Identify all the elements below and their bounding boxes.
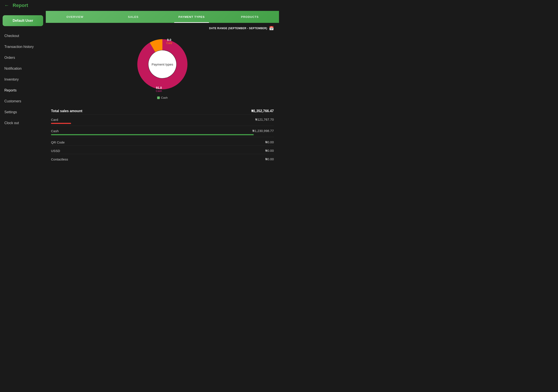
card-chart-label: 9.0 Card: [166, 38, 172, 45]
sidebar-item-orders[interactable]: Orders: [0, 52, 46, 63]
card-label: Card: [51, 118, 58, 121]
chart-area: Payment types 9.0 Card 91.0 Cash Cash: [46, 34, 279, 104]
card-progress-bar: [51, 123, 71, 124]
cash-progress-container: [51, 134, 274, 135]
legend-cash-label: Cash: [161, 96, 168, 99]
header: ← Report: [0, 0, 279, 11]
total-row: Total sales amount ₦1,352,766.47: [51, 106, 274, 115]
card-row: Card ₦121,767.70: [51, 115, 274, 122]
cash-type-label: Cash: [156, 90, 162, 93]
sidebar-item-checkout[interactable]: Checkout: [0, 31, 46, 41]
calendar-icon[interactable]: 📅: [269, 26, 274, 31]
cash-chart-label: 91.0 Cash: [156, 86, 162, 93]
user-button[interactable]: Default User: [3, 15, 43, 26]
cash-value: ₦1,230,998.77: [253, 129, 274, 133]
tab-overview[interactable]: OVERVIEW: [46, 11, 104, 23]
back-button[interactable]: ←: [4, 3, 9, 8]
contactless-row: Contactless ₦0.00: [51, 154, 274, 162]
tab-sales[interactable]: SALES: [104, 11, 163, 23]
total-label: Total sales amount: [51, 109, 82, 113]
card-value: ₦121,767.70: [255, 118, 274, 121]
sidebar-item-reports[interactable]: Reports: [0, 85, 46, 96]
legend-cash: Cash: [157, 96, 168, 99]
sidebar-item-customers[interactable]: Customers: [0, 96, 46, 107]
layout: Default User Checkout Transaction histor…: [0, 11, 279, 390]
cash-value-label: 91.0: [156, 86, 162, 90]
donut-chart: Payment types 9.0 Card 91.0 Cash: [134, 36, 191, 93]
date-range-bar: DATE RANGE (SEPTEMBER - SEPTEMBER) 📅: [46, 23, 279, 34]
main-content: OVERVIEW SALES PAYMENT TYPES PRODUCTS DA…: [46, 11, 279, 390]
total-value: ₦1,352,766.47: [251, 109, 274, 113]
qr-label: QR Code: [51, 140, 65, 144]
donut-center-label: Payment types: [151, 62, 173, 66]
cash-summary-block: Cash ₦1,230,998.77: [51, 126, 274, 137]
sidebar-item-clock-out[interactable]: Clock out: [0, 118, 46, 128]
sidebar-item-inventory[interactable]: Inventory: [0, 74, 46, 85]
cash-row: Cash ₦1,230,998.77: [51, 126, 274, 133]
tab-payment-types[interactable]: PAYMENT TYPES: [162, 11, 221, 23]
legend-cash-dot: [157, 96, 160, 99]
tab-products[interactable]: PRODUCTS: [221, 11, 279, 23]
cash-label: Cash: [51, 129, 59, 133]
contactless-label: Contactless: [51, 157, 68, 161]
sidebar-item-notification[interactable]: Notification: [0, 63, 46, 74]
sidebar-item-transaction-history[interactable]: Transaction history: [0, 41, 46, 52]
card-summary-block: Card ₦121,767.70: [51, 115, 274, 126]
card-type-label: Card: [166, 42, 172, 45]
qr-value: ₦0.00: [265, 140, 274, 144]
ussd-label: USSD: [51, 149, 60, 153]
contactless-value: ₦0.00: [265, 157, 274, 161]
page-title: Report: [13, 3, 28, 8]
tabs-bar: OVERVIEW SALES PAYMENT TYPES PRODUCTS: [46, 11, 279, 23]
cash-progress-bar: [51, 134, 254, 135]
sidebar-item-settings[interactable]: Settings: [0, 107, 46, 118]
sidebar: Default User Checkout Transaction histor…: [0, 11, 46, 390]
card-value-label: 9.0: [166, 38, 172, 42]
chart-legend: Cash: [157, 96, 168, 99]
ussd-row: USSD ₦0.00: [51, 146, 274, 154]
date-range-label: DATE RANGE (SEPTEMBER - SEPTEMBER): [209, 27, 267, 30]
card-progress-container: [51, 123, 274, 124]
summary-section: Total sales amount ₦1,352,766.47 Card ₦1…: [46, 104, 279, 165]
qr-row: QR Code ₦0.00: [51, 137, 274, 146]
ussd-value: ₦0.00: [265, 149, 274, 153]
